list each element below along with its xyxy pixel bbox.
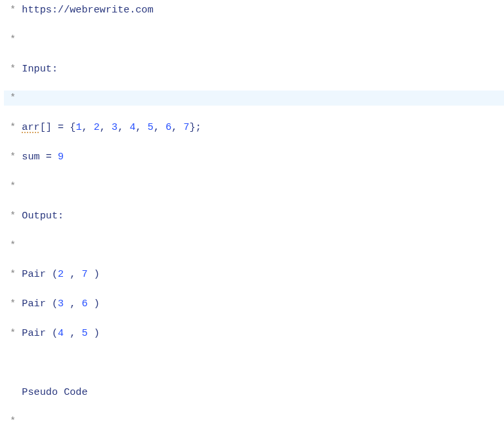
code-token: 2 bbox=[58, 268, 70, 280]
code-token: sum = bbox=[22, 151, 58, 163]
code-line: * Pair (2 , 7 ) bbox=[4, 267, 504, 281]
code-token: , bbox=[100, 121, 112, 133]
code-token: Pair ( bbox=[22, 327, 58, 339]
code-token: }; bbox=[190, 121, 201, 133]
code-token: 4 bbox=[58, 327, 70, 339]
code-token: [] = { bbox=[40, 121, 76, 133]
code-token: 5 bbox=[82, 327, 94, 339]
code-token: 4 bbox=[129, 121, 135, 133]
code-token: https://webrewrite.com bbox=[22, 4, 154, 16]
code-token: 3 bbox=[112, 121, 117, 133]
code-line: * sum = 9 bbox=[4, 150, 504, 164]
code-token: 5 bbox=[148, 121, 154, 133]
code-token: Output: bbox=[22, 210, 64, 222]
code-token: * bbox=[4, 63, 22, 75]
code-token: , bbox=[154, 121, 165, 133]
code-token: , bbox=[171, 121, 183, 133]
code-token: , bbox=[70, 327, 81, 339]
code-token: * bbox=[4, 415, 16, 427]
code-line: * Pair (3 , 6 ) bbox=[4, 296, 504, 311]
code-token: Pair ( bbox=[22, 298, 58, 310]
code-token: * bbox=[4, 4, 22, 16]
code-token: * bbox=[4, 33, 16, 45]
code-token: 7 bbox=[82, 268, 94, 280]
code-token: * bbox=[4, 180, 16, 192]
code-token: , bbox=[70, 268, 81, 280]
code-token: 6 bbox=[82, 298, 94, 310]
code-token: Input: bbox=[22, 63, 58, 75]
code-token: Pair ( bbox=[22, 268, 58, 280]
code-token: arr bbox=[22, 121, 39, 133]
code-line bbox=[4, 355, 504, 370]
code-token: , bbox=[117, 121, 129, 133]
code-token: * bbox=[4, 151, 22, 163]
code-token: 3 bbox=[58, 298, 70, 310]
code-line: * bbox=[4, 179, 504, 193]
code-token: ) bbox=[94, 327, 100, 339]
code-line: * bbox=[4, 414, 504, 428]
code-token: * bbox=[4, 327, 22, 339]
code-line: * Output: bbox=[4, 209, 504, 223]
code-token: 1 bbox=[75, 121, 81, 133]
code-token: , bbox=[70, 298, 81, 310]
code-line: * Input: bbox=[4, 62, 504, 76]
code-line: * https://webrewrite.com bbox=[4, 3, 504, 17]
code-line: * Pair (4 , 5 ) bbox=[4, 326, 504, 340]
code-token bbox=[4, 357, 10, 369]
code-token: ) bbox=[94, 298, 100, 310]
code-line: * bbox=[4, 32, 504, 47]
code-token: 6 bbox=[165, 121, 171, 133]
code-token: Pseudo Code bbox=[4, 386, 88, 398]
code-token: 7 bbox=[184, 121, 190, 133]
code-block: * https://webrewrite.com * * Input: * * … bbox=[0, 0, 504, 444]
code-token: * bbox=[4, 210, 22, 222]
code-token: * bbox=[4, 239, 16, 251]
code-token: * bbox=[4, 92, 16, 104]
code-token: * bbox=[4, 298, 22, 310]
code-token: ) bbox=[94, 268, 100, 280]
code-line: * bbox=[4, 91, 504, 105]
code-line: * arr[] = {1, 2, 3, 4, 5, 6, 7}; bbox=[4, 120, 504, 134]
code-line: Pseudo Code bbox=[4, 385, 504, 399]
code-token: * bbox=[4, 268, 22, 280]
code-token: 9 bbox=[58, 151, 64, 163]
code-token: , bbox=[82, 121, 94, 133]
code-line: * bbox=[4, 238, 504, 252]
code-token: * bbox=[4, 121, 22, 133]
code-token: , bbox=[136, 121, 148, 133]
code-token: 2 bbox=[94, 121, 100, 133]
